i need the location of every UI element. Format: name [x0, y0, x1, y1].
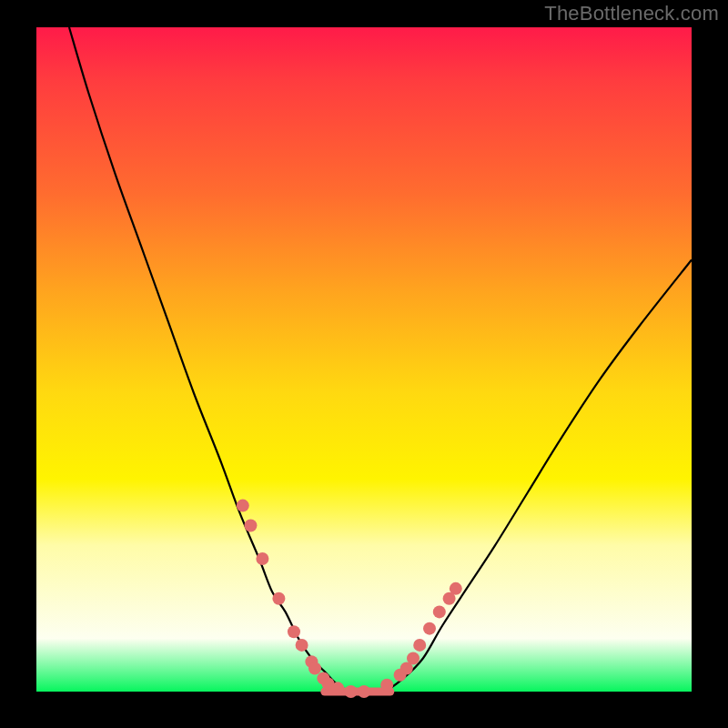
marker-dot: [345, 685, 358, 698]
chart-frame: TheBottleneck.com: [0, 0, 728, 728]
marker-dot: [358, 685, 370, 698]
marker-dot: [244, 520, 257, 532]
watermark-label: TheBottleneck.com: [544, 2, 719, 25]
marker-dot: [288, 625, 300, 638]
marker-dot: [331, 682, 344, 694]
bottleneck-curve: [69, 27, 692, 693]
marker-dot: [413, 639, 426, 652]
marker-dot: [433, 605, 446, 618]
marker-dot: [256, 552, 268, 565]
marker-group: [237, 500, 462, 698]
marker-dot: [237, 500, 249, 512]
marker-dot: [296, 639, 308, 652]
plot-area: [36, 27, 692, 692]
chart-svg: [36, 27, 692, 692]
marker-dot: [407, 652, 420, 665]
marker-dot: [308, 662, 321, 674]
marker-dot: [380, 679, 393, 692]
marker-dot: [423, 622, 436, 635]
marker-dot: [272, 592, 285, 605]
marker-dot: [450, 582, 462, 595]
